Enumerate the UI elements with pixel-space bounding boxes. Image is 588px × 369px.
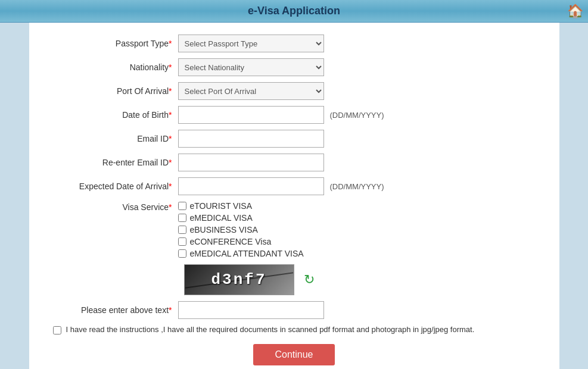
header-title: e-Visa Application — [248, 5, 340, 17]
port-of-arrival-row: Port Of Arrival* Select Port Of Arrival — [47, 82, 542, 100]
captcha-row: d3nf7 ↻ — [184, 264, 542, 295]
visa-option-emedical[interactable]: eMEDICAL VISA — [178, 213, 304, 223]
date-of-birth-row: Date of Birth* (DD/MM/YYYY) — [47, 106, 542, 124]
date-of-birth-hint: (DD/MM/YYYY) — [330, 111, 384, 120]
visa-checkbox-emedical[interactable] — [178, 214, 186, 222]
nationality-row: Nationality* Select Nationality — [47, 58, 542, 76]
captcha-image: d3nf7 — [184, 264, 294, 295]
home-icon[interactable]: 🏠 — [567, 4, 583, 19]
captcha-refresh-icon[interactable]: ↻ — [304, 272, 315, 287]
expected-date-input[interactable] — [178, 177, 324, 195]
port-of-arrival-select[interactable]: Select Port Of Arrival — [178, 82, 324, 100]
date-of-birth-label: Date of Birth* — [47, 110, 178, 120]
visa-option-etourist[interactable]: eTOURIST VISA — [178, 201, 304, 211]
email-id-input[interactable] — [178, 130, 324, 148]
expected-date-row: Expected Date of Arrival* (DD/MM/YYYY) — [47, 177, 542, 195]
visa-option-ebusiness[interactable]: eBUSINESS VISA — [178, 225, 304, 234]
visa-service-row: Visa Service* eTOURIST VISA eMEDICAL VIS… — [47, 201, 542, 258]
terms-text: I have read the instructions ,I have all… — [66, 325, 475, 334]
main-container: Passport Type* Select Passport Type Ordi… — [29, 23, 559, 369]
visa-checkbox-etourist[interactable] — [178, 202, 186, 210]
email-id-label: Email ID* — [47, 134, 178, 143]
continue-button[interactable]: Continue — [253, 344, 334, 365]
terms-checkbox[interactable] — [53, 326, 61, 334]
nationality-label: Nationality* — [47, 62, 178, 72]
visa-checkbox-ebusiness[interactable] — [178, 226, 186, 234]
captcha-text: d3nf7 — [211, 271, 266, 289]
visa-checkbox-econference[interactable] — [178, 237, 186, 246]
passport-type-row: Passport Type* Select Passport Type Ordi… — [47, 35, 542, 52]
port-of-arrival-label: Port Of Arrival* — [47, 86, 178, 96]
captcha-input-row: Please enter above text* — [47, 301, 542, 319]
captcha-input[interactable] — [178, 301, 324, 319]
re-enter-email-row: Re-enter Email ID* — [47, 154, 542, 171]
continue-row: Continue — [47, 344, 542, 365]
visa-option-econference[interactable]: eCONFERENCE Visa — [178, 237, 304, 246]
re-enter-email-input[interactable] — [178, 154, 324, 171]
visa-options-group: eTOURIST VISA eMEDICAL VISA eBUSINESS VI… — [178, 201, 304, 258]
captcha-input-label: Please enter above text* — [47, 305, 178, 315]
passport-type-label: Passport Type* — [47, 39, 178, 48]
passport-type-select[interactable]: Select Passport Type Ordinary Official D… — [178, 35, 324, 52]
re-enter-email-label: Re-enter Email ID* — [47, 158, 178, 167]
email-id-row: Email ID* — [47, 130, 542, 148]
nationality-select[interactable]: Select Nationality — [178, 58, 324, 76]
date-of-birth-input[interactable] — [178, 106, 324, 124]
terms-row: I have read the instructions ,I have all… — [53, 325, 542, 334]
page-header: e-Visa Application 🏠 — [0, 0, 588, 23]
expected-date-hint: (DD/MM/YYYY) — [330, 182, 384, 191]
visa-checkbox-emedical-attendant[interactable] — [178, 249, 186, 258]
visa-option-emedical-attendant[interactable]: eMEDICAL ATTENDANT VISA — [178, 249, 304, 258]
expected-date-label: Expected Date of Arrival* — [47, 182, 178, 191]
visa-service-label: Visa Service* — [47, 201, 178, 212]
